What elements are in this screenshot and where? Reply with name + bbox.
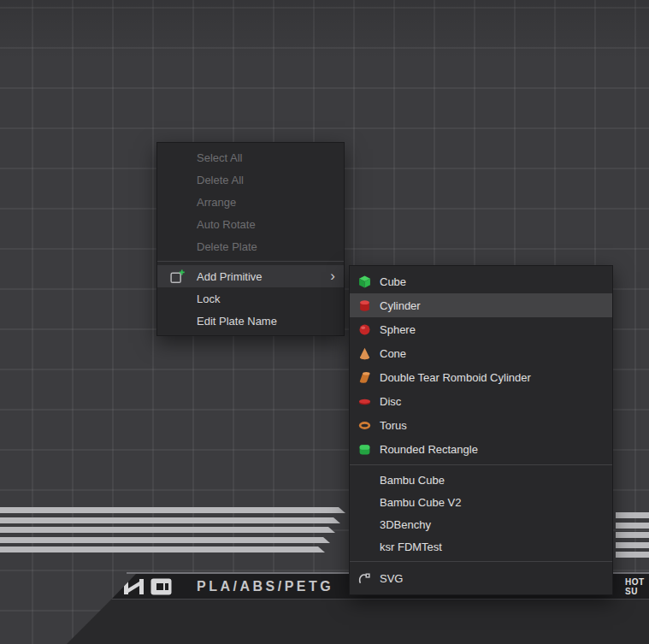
plate-material-label: PLA/ABS/PETG <box>197 579 333 594</box>
menu-item-label: Delete Plate <box>197 240 257 253</box>
svg-import-icon <box>357 571 372 586</box>
menu-item-add-primitive[interactable]: Add Primitive › <box>157 265 344 287</box>
add-primitive-icon <box>168 269 186 285</box>
submenu-item-disc[interactable]: Disc <box>350 389 612 413</box>
menu-item-label: Edit Plate Name <box>197 315 277 328</box>
submenu-item-cone[interactable]: Cone <box>350 341 612 365</box>
slicer-3d-viewport: PLA/ABS/PETG HOT SU Select All Delete Al… <box>0 0 649 644</box>
menu-item-edit-plate-name[interactable]: Edit Plate Name <box>157 310 344 332</box>
plate-skirt <box>67 600 649 644</box>
submenu-item-3dbenchy[interactable]: 3DBenchy <box>350 513 612 535</box>
romboid-cylinder-icon <box>357 371 372 384</box>
plate-stripe <box>616 552 649 558</box>
menu-item-label: Arrange <box>197 196 236 209</box>
menu-item-label: Add Primitive <box>197 270 263 283</box>
submenu-item-sphere[interactable]: Sphere <box>350 317 612 341</box>
plate-corner-label-line1: HOT <box>625 577 645 587</box>
submenu-item-torus[interactable]: Torus <box>350 413 612 437</box>
disc-icon <box>357 395 372 408</box>
submenu-item-double-tear-romboid-cylinder[interactable]: Double Tear Romboid Cylinder <box>350 365 612 389</box>
submenu-item-bambu-cube[interactable]: Bambu Cube <box>350 469 612 491</box>
plate-stripe <box>0 547 325 552</box>
menu-separator <box>350 464 612 465</box>
menu-item-auto-rotate: Auto Rotate <box>157 213 344 235</box>
cylinder-icon <box>357 299 372 312</box>
plate-stripe <box>0 527 335 533</box>
menu-separator <box>350 561 612 562</box>
submenu-item-label: Torus <box>380 419 407 432</box>
submenu-item-cube[interactable]: Cube <box>350 269 612 293</box>
menu-item-delete-plate: Delete Plate <box>157 235 344 257</box>
submenu-item-label: Bambu Cube V2 <box>380 496 461 509</box>
rounded-rectangle-icon <box>357 443 372 456</box>
plate-stripe <box>616 523 649 529</box>
plate-stripe <box>0 507 345 513</box>
menu-item-label: Lock <box>197 292 220 305</box>
plate-corner-label-line2: SU <box>625 587 645 596</box>
plate-stripe <box>616 542 649 548</box>
menu-item-delete-all: Delete All <box>157 168 344 191</box>
submenu-item-rounded-rectangle[interactable]: Rounded Rectangle <box>350 437 612 461</box>
menu-item-arrange: Arrange <box>157 191 344 213</box>
submenu-item-label: ksr FDMTest <box>380 541 442 553</box>
plate-logo-icon <box>150 578 172 595</box>
plate-corner-label: HOT SU <box>625 577 645 596</box>
submenu-item-label: Cone <box>380 347 406 360</box>
plate-stripe <box>616 532 649 538</box>
submenu-item-label: Cube <box>380 275 406 288</box>
submenu-item-label: Disc <box>380 395 401 408</box>
torus-icon <box>357 419 372 432</box>
submenu-item-cylinder[interactable]: Cylinder <box>350 293 612 317</box>
submenu-chevron-icon: › <box>330 269 335 285</box>
add-primitive-submenu: Cube Cylinder Sphere <box>349 265 613 595</box>
submenu-item-bambu-cube-v2[interactable]: Bambu Cube V2 <box>350 491 612 513</box>
menu-item-label: Delete All <box>197 174 244 186</box>
submenu-item-label: Bambu Cube <box>380 474 445 487</box>
submenu-item-ksr-fdmtest[interactable]: ksr FDMTest <box>350 535 612 558</box>
submenu-item-label: 3DBenchy <box>380 518 431 531</box>
cube-icon <box>357 275 372 288</box>
menu-item-label: Select All <box>197 151 242 164</box>
sphere-icon <box>357 323 372 336</box>
submenu-item-label: Sphere <box>380 323 416 336</box>
submenu-item-label: Cylinder <box>380 299 421 312</box>
menu-separator <box>157 261 344 262</box>
submenu-item-label: Rounded Rectangle <box>380 443 478 456</box>
plate-stripe <box>0 537 330 543</box>
menu-item-label: Auto Rotate <box>197 218 256 231</box>
menu-item-select-all: Select All <box>157 146 344 168</box>
plate-stripe <box>616 512 649 518</box>
cone-icon <box>357 347 372 360</box>
submenu-item-svg[interactable]: SVG <box>350 565 612 591</box>
plate-stripe <box>0 517 340 523</box>
submenu-item-label: Double Tear Romboid Cylinder <box>380 371 531 384</box>
plate-context-menu: Select All Delete All Arrange Auto Rotat… <box>156 142 345 336</box>
submenu-item-label: SVG <box>380 572 403 585</box>
menu-item-lock[interactable]: Lock <box>157 287 344 310</box>
